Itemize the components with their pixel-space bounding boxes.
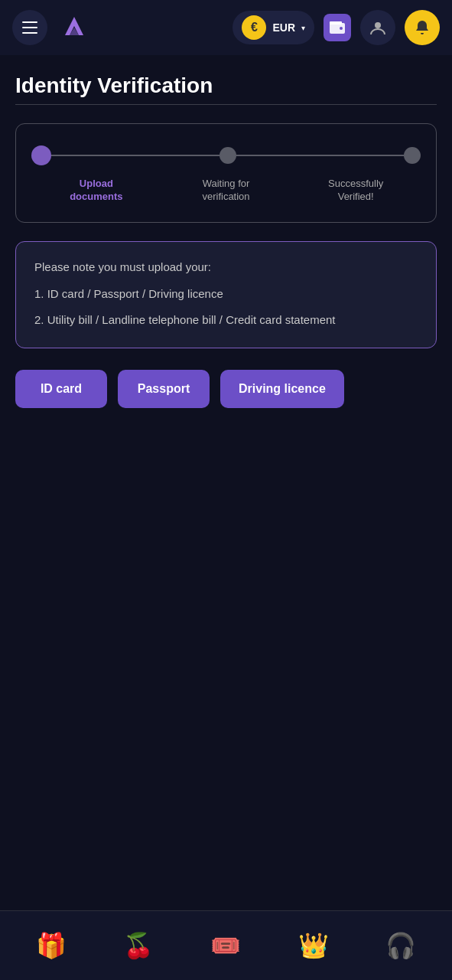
content-spacer	[0, 668, 452, 910]
driving-licence-button[interactable]: Driving licence	[220, 370, 344, 408]
step-dot-1	[31, 145, 51, 165]
progress-steps: Uploaddocuments Waiting forverification …	[15, 123, 437, 223]
info-note: Please note you must upload your:	[34, 260, 418, 273]
nav-item-ticket[interactable]: 🎟️	[210, 931, 241, 960]
nav-item-headphones[interactable]: 🎧	[385, 931, 416, 960]
currency-label: EUR	[272, 21, 295, 34]
crown-icon: 👑	[298, 931, 329, 960]
info-box: Please note you must upload your: 1. ID …	[15, 241, 437, 348]
currency-selector[interactable]: € EUR ▾	[233, 11, 314, 44]
menu-icon-line	[22, 32, 37, 34]
svg-rect-1	[330, 21, 342, 24]
document-buttons: ID card Passport Driving licence	[15, 370, 437, 408]
gift-icon: 🎁	[36, 931, 67, 960]
menu-icon-line	[22, 21, 37, 23]
wallet-button[interactable]	[324, 14, 351, 41]
header: € EUR ▾	[0, 0, 452, 55]
steps-labels-row: Uploaddocuments Waiting forverification …	[31, 178, 421, 204]
step-label-3: SuccessfullyVerified!	[291, 178, 421, 204]
page-title: Identity Verification	[15, 74, 437, 98]
passport-button[interactable]: Passport	[118, 370, 210, 408]
bottom-navigation: 🎁 🍒 🎟️ 👑 🎧	[0, 911, 452, 980]
notification-bell-button[interactable]	[405, 10, 440, 45]
id-card-button[interactable]: ID card	[15, 370, 107, 408]
steps-dots-row	[31, 145, 421, 165]
nav-item-crown[interactable]: 👑	[298, 931, 329, 960]
step-dot-3	[404, 147, 421, 164]
svg-point-2	[340, 27, 343, 30]
currency-coin-icon: €	[242, 15, 266, 40]
step-label-1: Uploaddocuments	[31, 178, 161, 204]
menu-icon-line	[22, 27, 37, 28]
step-line-1	[51, 155, 219, 156]
user-button[interactable]	[360, 10, 395, 45]
info-item-2: 2. Utility bill / Landline telephone bil…	[34, 312, 418, 329]
nav-item-gift[interactable]: 🎁	[36, 931, 67, 960]
logo-icon	[57, 10, 92, 45]
menu-button[interactable]	[12, 10, 47, 45]
main-content: Identity Verification Uploaddocuments Wa…	[0, 55, 452, 668]
headphones-icon: 🎧	[385, 931, 416, 960]
step-line-2	[236, 155, 405, 156]
ticket-icon: 🎟️	[210, 931, 241, 960]
chevron-down-icon: ▾	[301, 24, 305, 32]
title-divider	[15, 104, 437, 105]
step-dot-2	[219, 147, 236, 164]
svg-point-3	[375, 22, 381, 28]
cherries-icon: 🍒	[123, 931, 154, 960]
info-item-1: 1. ID card / Passport / Driving licence	[34, 286, 418, 303]
nav-item-cherries[interactable]: 🍒	[123, 931, 154, 960]
step-label-2: Waiting forverification	[161, 178, 291, 204]
